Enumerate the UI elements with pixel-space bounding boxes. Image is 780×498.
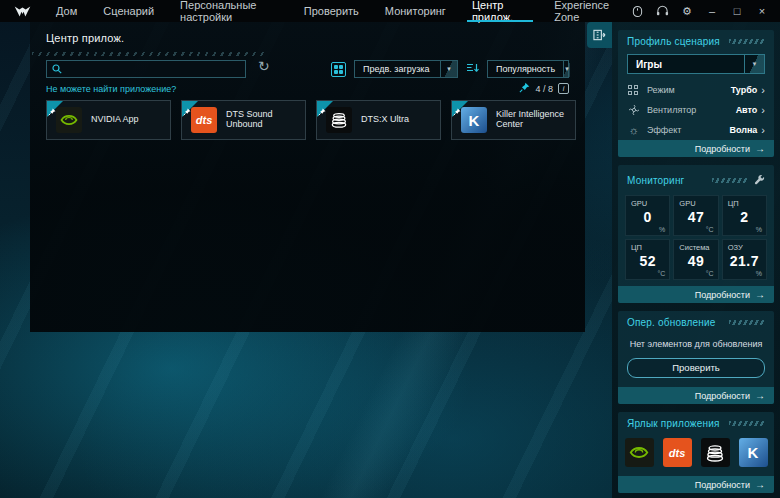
tab-monitoring[interactable]: Мониторинг <box>372 0 459 22</box>
tile-value: 0 <box>626 209 669 225</box>
tile-value: 52 <box>626 253 669 269</box>
arrow-right-icon: → <box>755 289 765 300</box>
monitoring-panel: Мониторинг GPU 0 % GPU 47 °C ЦП <box>618 165 774 303</box>
sort-dropdown[interactable]: Популярность ▼ <box>487 60 569 78</box>
decor-slashes <box>712 178 748 183</box>
shortcuts-panel-title: Ярлык приложения <box>627 418 720 429</box>
arrow-right-icon: → <box>755 390 765 401</box>
monitoring-details-link[interactable]: Подробности → <box>618 286 774 303</box>
sort-icon[interactable] <box>466 60 479 78</box>
info-icon[interactable]: i <box>558 83 569 94</box>
details-label: Подробности <box>695 480 750 490</box>
shortcut-dts[interactable]: dts <box>663 438 692 467</box>
tile-value: 2 <box>723 209 766 225</box>
details-label: Подробности <box>695 290 750 300</box>
close-button[interactable]: × <box>754 3 770 19</box>
tile-label: GPU <box>631 199 647 208</box>
scenario-details-link[interactable]: Подробности → <box>618 140 774 157</box>
main-nav: Дом Сценарий Персональные настройки Пров… <box>43 0 629 22</box>
maximize-button[interactable]: □ <box>729 3 745 19</box>
search-input[interactable] <box>67 64 240 74</box>
tab-check[interactable]: Проверить <box>291 0 372 22</box>
row-value: Волна <box>729 125 757 135</box>
tile-cpu-usage: ЦП 2 % <box>722 195 767 236</box>
pin-icon <box>519 82 530 95</box>
scenario-profile-panel: Профиль сценария Игры ▼ Режим Турбо › Ве… <box>618 30 774 157</box>
shortcut-icons-row: dts K <box>618 438 774 467</box>
sort-dropdown-value: Популярность <box>488 64 563 74</box>
update-details-link[interactable]: Подробности → <box>618 387 774 404</box>
filter-dropdown-value: Предв. загрузка <box>355 64 437 74</box>
tile-value: 21.7 <box>723 253 766 269</box>
tab-personalization[interactable]: Персональные настройки <box>167 0 291 22</box>
row-label: Вентилятор <box>647 105 696 115</box>
app-card-nvidia[interactable]: NVIDIA App <box>46 100 171 140</box>
predator-logo-icon <box>14 5 31 18</box>
tab-scenario[interactable]: Сценарий <box>90 0 167 22</box>
sidebar-collapse-button[interactable] <box>587 22 612 48</box>
cant-find-app-link[interactable]: Не можете найти приложение? <box>46 84 176 94</box>
decor-hatch <box>32 52 264 56</box>
tab-home[interactable]: Дом <box>43 0 90 22</box>
check-updates-button[interactable]: Проверить <box>627 358 765 378</box>
pin-icon <box>183 102 191 120</box>
tile-ram-usage: ОЗУ 21.7 % <box>722 239 767 280</box>
shortcut-killer[interactable]: K <box>739 438 768 467</box>
search-box <box>46 60 246 78</box>
scenario-profile-dropdown[interactable]: Игры ▼ <box>627 54 765 74</box>
app-card-dts-sound-unbound[interactable]: dts DTS Sound Unbound <box>181 100 306 140</box>
tile-label: ЦП <box>631 243 642 252</box>
wrench-icon[interactable] <box>754 171 765 189</box>
fan-icon <box>627 104 640 117</box>
category-filter-icon[interactable] <box>331 62 346 77</box>
tile-cpu-temp: ЦП 52 °C <box>625 239 670 280</box>
tile-unit: % <box>756 270 762 277</box>
tile-unit: °C <box>657 270 665 277</box>
tile-unit: % <box>659 226 665 233</box>
mouse-icon[interactable] <box>629 3 645 19</box>
chevron-down-icon: ▼ <box>744 55 764 73</box>
shortcut-nvidia[interactable] <box>625 438 654 467</box>
shortcuts-details-link[interactable]: Подробности → <box>618 476 774 493</box>
page-title: Центр прилож. <box>46 32 124 44</box>
headset-icon[interactable] <box>654 3 670 19</box>
details-label: Подробности <box>695 391 750 401</box>
tile-gpu-usage: GPU 0 % <box>625 195 670 236</box>
tile-unit: °C <box>706 226 714 233</box>
tile-value: 49 <box>674 253 717 269</box>
tile-value: 47 <box>674 209 717 225</box>
row-value: Турбо <box>731 85 758 95</box>
chevron-right-icon: › <box>761 105 765 116</box>
gear-icon[interactable]: ⚙ <box>679 3 695 19</box>
refresh-icon[interactable]: ↻ <box>258 58 270 74</box>
decor-slashes <box>729 320 765 325</box>
scenario-row-effect[interactable]: ☼ Эффект Волна › <box>618 120 774 140</box>
filter-bar: Предв. загрузка ▼ Популярность ▼ <box>331 60 569 78</box>
scenario-profile-value: Игры <box>628 59 670 70</box>
tab-app-center[interactable]: Центр прилож. <box>459 0 541 22</box>
tab-experience-zone[interactable]: Experience Zone <box>541 0 629 22</box>
minimize-button[interactable]: – <box>704 3 720 19</box>
shortcut-dtsx[interactable] <box>701 438 730 467</box>
row-value: Авто <box>736 105 758 115</box>
scenario-row-mode[interactable]: Режим Турбо › <box>618 80 774 100</box>
monitoring-tiles: GPU 0 % GPU 47 °C ЦП 2 % ЦП 52 °C <box>625 195 767 280</box>
mode-grid-icon <box>627 84 640 97</box>
app-card-dtsx-ultra[interactable]: DTS:X Ultra <box>316 100 441 140</box>
app-card-killer[interactable]: K Killer Intelligence Center <box>451 100 576 140</box>
chevron-down-icon: ▼ <box>563 61 570 77</box>
scenario-row-fan[interactable]: Вентилятор Авто › <box>618 100 774 120</box>
filter-dropdown[interactable]: Предв. загрузка ▼ <box>354 60 458 78</box>
monitoring-panel-title: Мониторинг <box>627 175 684 186</box>
tile-system-temp: Система 49 °C <box>673 239 718 280</box>
tile-label: ЦП <box>728 199 739 208</box>
app-card-label: DTS Sound Unbound <box>226 110 305 130</box>
app-center-panel: Центр прилож. ↻ Предв. загрузка ▼ Популя… <box>30 22 585 332</box>
titlebar: Дом Сценарий Персональные настройки Пров… <box>0 0 780 22</box>
pin-icon <box>453 102 461 120</box>
details-label: Подробности <box>695 144 750 154</box>
app-shortcuts-panel: Ярлык приложения dts K Подробности → <box>618 412 774 493</box>
chevron-right-icon: › <box>761 125 765 136</box>
chevron-down-icon: ▼ <box>440 61 457 77</box>
tile-unit: % <box>756 226 762 233</box>
